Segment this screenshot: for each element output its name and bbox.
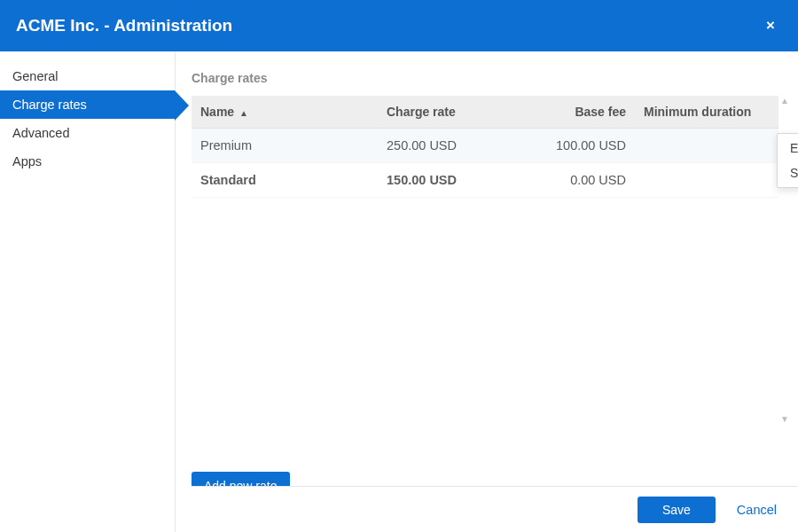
- cell-name: Standard: [192, 163, 378, 198]
- rates-table-wrap: Name ▲ Charge rate Base fee Minimum dura…: [192, 96, 789, 198]
- column-header-rate[interactable]: Charge rate: [378, 96, 511, 129]
- table-row[interactable]: Premium 250.00 USD 100.00 USD: [192, 129, 778, 163]
- cell-base: 100.00 USD: [511, 129, 635, 163]
- sidebar-item-apps[interactable]: Apps: [0, 147, 175, 176]
- column-header-label: Charge rate: [387, 105, 456, 119]
- save-button[interactable]: Save: [638, 497, 716, 523]
- sidebar: General Charge rates Advanced Apps: [0, 51, 176, 532]
- column-header-label: Base fee: [575, 105, 626, 119]
- sidebar-item-advanced[interactable]: Advanced: [0, 119, 175, 147]
- section-title: Charge rates: [192, 71, 789, 85]
- table-row[interactable]: Standard 150.00 USD 0.00 USD: [192, 163, 778, 198]
- column-header-base[interactable]: Base fee: [511, 96, 635, 129]
- column-header-min-duration[interactable]: Minimum duration: [635, 96, 778, 129]
- sidebar-item-label: Advanced: [12, 126, 70, 140]
- scroll-up-icon[interactable]: ▲: [780, 96, 789, 106]
- sidebar-item-charge-rates[interactable]: Charge rates: [0, 90, 175, 119]
- column-header-label: Minimum duration: [644, 105, 751, 119]
- column-header-label: Name: [200, 105, 234, 119]
- scroll-down-icon[interactable]: ▼: [780, 414, 789, 424]
- menu-item-edit-settings[interactable]: Edit settings: [778, 136, 798, 160]
- cell-base: 0.00 USD: [511, 163, 635, 198]
- main-panel: Charge rates Name ▲ Charge rate Base fee: [176, 51, 798, 532]
- cancel-button[interactable]: Cancel: [732, 502, 782, 518]
- sidebar-item-label: Apps: [12, 154, 42, 168]
- rates-table: Name ▲ Charge rate Base fee Minimum dura…: [192, 96, 778, 198]
- sidebar-item-label: General: [12, 69, 59, 83]
- dialog-body: General Charge rates Advanced Apps Charg…: [0, 51, 798, 532]
- cell-min: [635, 163, 778, 198]
- cell-min: [635, 129, 778, 163]
- empty-area: [192, 198, 789, 426]
- menu-item-set-default[interactable]: Set to default: [778, 160, 798, 185]
- close-icon[interactable]: ×: [759, 13, 782, 38]
- dialog-footer: Save Cancel: [192, 486, 798, 532]
- cell-rate: 150.00 USD: [378, 163, 511, 198]
- cell-rate: 250.00 USD: [378, 129, 511, 163]
- dialog-header: ACME Inc. - Administration ×: [0, 0, 798, 51]
- column-header-name[interactable]: Name ▲: [192, 96, 378, 129]
- dialog-title: ACME Inc. - Administration: [16, 16, 232, 35]
- row-actions-menu: Edit settings Set to default: [777, 133, 798, 188]
- sort-ascending-icon: ▲: [239, 108, 248, 118]
- sidebar-item-label: Charge rates: [12, 98, 87, 112]
- cell-name: Premium: [192, 129, 378, 163]
- sidebar-item-general[interactable]: General: [0, 62, 175, 90]
